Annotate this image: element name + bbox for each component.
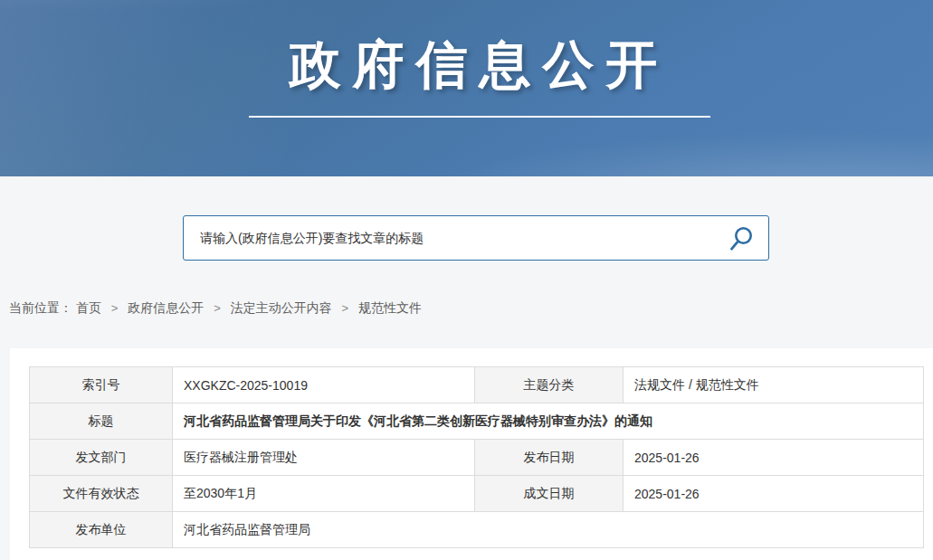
breadcrumb-item-home[interactable]: 首页: [76, 300, 101, 315]
search-box: [183, 215, 769, 261]
table-row-title: 标题 河北省药品监督管理局关于印发《河北省第二类创新医疗器械特别审查办法》的通知: [30, 403, 924, 440]
content-panel: 索引号 XXGKZC-2025-10019 主题分类 法规文件 / 规范性文件 …: [10, 348, 933, 560]
table-row-index: 索引号 XXGKZC-2025-10019 主题分类 法规文件 / 规范性文件: [30, 367, 924, 403]
validity-status-label: 文件有效状态: [30, 476, 173, 512]
breadcrumb: 当前位置： 首页 > 政府信息公开 > 法定主动公开内容 > 规范性文件: [9, 300, 422, 317]
breadcrumb-item-statutory-disclosure[interactable]: 法定主动公开内容: [231, 300, 332, 315]
breadcrumb-separator: >: [214, 301, 221, 315]
breadcrumb-separator: >: [342, 301, 349, 315]
banner-underline: [249, 116, 710, 118]
breadcrumb-item-normative-docs[interactable]: 规范性文件: [358, 300, 422, 315]
issuing-department-value: 医疗器械注册管理处: [173, 440, 475, 476]
table-row-publisher: 发布单位 河北省药品监督管理局: [30, 512, 924, 548]
breadcrumb-separator: >: [111, 301, 119, 315]
page-title: 政府信息公开: [13, 0, 933, 100]
index-number-label: 索引号: [30, 367, 173, 403]
search-icon: [727, 242, 756, 256]
index-number-value: XXGKZC-2025-10019: [173, 367, 475, 403]
subject-category-label: 主题分类: [475, 367, 624, 403]
breadcrumb-label: 当前位置：: [9, 300, 72, 315]
subject-category-value: 法规文件 / 规范性文件: [624, 367, 924, 403]
written-date-value: 2025-01-26: [624, 476, 924, 512]
search-button[interactable]: [727, 224, 756, 253]
document-metadata-table: 索引号 XXGKZC-2025-10019 主题分类 法规文件 / 规范性文件 …: [29, 366, 924, 548]
publishing-unit-value: 河北省药品监督管理局: [173, 512, 924, 548]
search-input[interactable]: [184, 216, 768, 260]
breadcrumb-item-gov-info[interactable]: 政府信息公开: [128, 300, 204, 315]
banner-content: 政府信息公开: [13, 0, 933, 118]
issuing-department-label: 发文部门: [30, 440, 173, 476]
page-banner: 政府信息公开: [0, 0, 933, 176]
search-section: 当前位置： 首页 > 政府信息公开 > 法定主动公开内容 > 规范性文件: [0, 176, 933, 348]
table-row-department: 发文部门 医疗器械注册管理处 发布日期 2025-01-26: [30, 440, 924, 476]
doc-title-value: 河北省药品监督管理局关于印发《河北省第二类创新医疗器械特别审查办法》的通知: [173, 403, 924, 440]
validity-status-value: 至2030年1月: [173, 476, 475, 512]
release-date-label: 发布日期: [475, 440, 624, 476]
publishing-unit-label: 发布单位: [30, 512, 173, 548]
doc-title-label: 标题: [30, 403, 173, 440]
release-date-value: 2025-01-26: [624, 440, 924, 476]
table-row-validity: 文件有效状态 至2030年1月 成文日期 2025-01-26: [30, 476, 924, 512]
written-date-label: 成文日期: [475, 476, 624, 512]
